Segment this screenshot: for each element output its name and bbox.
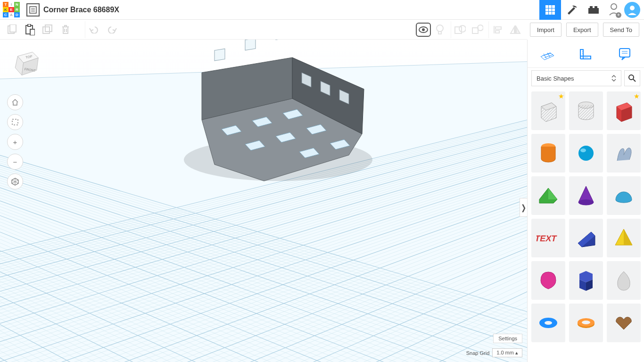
ortho-toggle-button[interactable] — [7, 173, 23, 189]
light-button[interactable] — [431, 21, 449, 38]
shape-pyramid[interactable] — [607, 219, 641, 257]
home-view-button[interactable] — [7, 94, 23, 110]
shape-roof[interactable] — [531, 176, 565, 215]
snap-grid-select[interactable]: 1.0 mm ▴ — [492, 348, 522, 357]
plus-icon: + — [616, 12, 621, 18]
search-icon — [628, 74, 636, 82]
svg-point-17 — [630, 6, 635, 10]
svg-rect-21 — [28, 24, 31, 26]
ungroup-button[interactable] — [469, 21, 487, 38]
export-button[interactable]: Export — [566, 23, 598, 37]
svg-rect-34 — [495, 27, 501, 29]
delete-button[interactable] — [57, 21, 74, 38]
pickaxe-icon — [566, 4, 578, 16]
star-icon: ★ — [558, 92, 564, 100]
duplicate-button[interactable] — [39, 21, 57, 38]
mode-bricks[interactable] — [583, 0, 604, 20]
svg-point-221 — [629, 75, 634, 80]
shape-box-hole[interactable]: ★ — [531, 91, 565, 130]
shape-cone[interactable] — [569, 176, 603, 215]
svg-point-244 — [545, 321, 552, 325]
svg-rect-29 — [455, 27, 462, 33]
svg-text:TEXT: TEXT — [537, 234, 558, 243]
grid-icon — [545, 5, 555, 15]
shape-half-sphere[interactable] — [607, 176, 641, 215]
import-button[interactable]: Import — [530, 23, 561, 37]
ruler-tool[interactable] — [576, 44, 595, 64]
redo-button[interactable] — [103, 21, 121, 38]
copy-button[interactable] — [3, 21, 21, 38]
svg-point-16 — [611, 4, 617, 9]
shape-hexagon-prism[interactable] — [569, 261, 603, 300]
visibility-button[interactable] — [416, 23, 431, 37]
svg-rect-8 — [549, 8, 552, 11]
user-avatar[interactable] — [624, 2, 640, 18]
person-icon — [627, 5, 637, 15]
svg-rect-4 — [545, 5, 548, 8]
sort-icon — [611, 75, 616, 82]
mode-3d-design[interactable] — [539, 0, 561, 20]
shape-cylinder-hole[interactable] — [569, 91, 603, 130]
svg-rect-31 — [472, 28, 478, 33]
shapes-panel: Basic Shapes ★★TEXT — [527, 40, 644, 362]
notes-tool[interactable] — [615, 44, 635, 64]
svg-point-26 — [422, 28, 425, 31]
workplane-canvas[interactable] — [0, 40, 527, 362]
shape-torus[interactable] — [531, 304, 565, 342]
group-button[interactable] — [451, 21, 469, 38]
grid-settings-button[interactable]: Settings — [493, 334, 522, 343]
align-button[interactable] — [488, 21, 506, 38]
svg-rect-194 — [245, 40, 256, 50]
send-to-button[interactable]: Send To — [603, 23, 639, 37]
shape-ring[interactable] — [569, 304, 603, 342]
svg-rect-193 — [215, 49, 225, 60]
svg-point-234 — [578, 199, 594, 205]
svg-point-230 — [578, 146, 594, 161]
svg-rect-15 — [594, 6, 597, 8]
svg-rect-11 — [549, 12, 552, 15]
svg-rect-22 — [30, 29, 35, 35]
shape-search-button[interactable] — [624, 70, 640, 86]
shape-wedge[interactable] — [569, 219, 603, 257]
shape-sphere[interactable] — [569, 134, 603, 173]
svg-rect-14 — [590, 6, 593, 8]
fit-view-button[interactable] — [7, 114, 23, 130]
shape-scribble[interactable] — [607, 134, 641, 173]
zoom-in-button[interactable]: + — [7, 134, 23, 150]
svg-point-27 — [437, 25, 443, 32]
svg-rect-6 — [552, 5, 555, 8]
star-icon: ★ — [634, 92, 640, 100]
caret-up-icon: ▴ — [515, 350, 518, 355]
svg-rect-204 — [12, 119, 18, 125]
tinkercad-logo[interactable]: TIN KER CAD — [0, 0, 23, 19]
svg-rect-35 — [495, 31, 499, 33]
shape-paraboloid[interactable] — [531, 261, 565, 300]
svg-point-30 — [459, 25, 466, 32]
undo-button[interactable] — [85, 21, 103, 38]
shape-egg[interactable] — [607, 261, 641, 300]
shape-heart[interactable] — [607, 304, 641, 342]
zoom-out-button[interactable]: − — [7, 154, 23, 170]
mirror-button[interactable] — [506, 21, 524, 38]
shape-box[interactable]: ★ — [607, 91, 641, 130]
mode-blocks[interactable] — [561, 0, 583, 20]
shape-library-select[interactable]: Basic Shapes — [531, 70, 621, 86]
svg-rect-24 — [45, 25, 52, 32]
panel-collapse-button[interactable]: ❭ — [520, 198, 527, 217]
svg-rect-218 — [619, 49, 630, 57]
workplane-tool[interactable] — [537, 44, 557, 64]
shape-text[interactable]: TEXT — [531, 219, 565, 257]
svg-rect-10 — [545, 12, 548, 15]
project-title[interactable]: Corner Brace 68689X — [43, 6, 119, 14]
paste-button[interactable] — [21, 21, 39, 38]
list-icon — [29, 6, 37, 14]
shape-cylinder[interactable] — [531, 134, 565, 173]
svg-point-231 — [580, 148, 586, 152]
brick-icon — [587, 5, 600, 15]
svg-rect-13 — [588, 8, 599, 14]
svg-rect-5 — [549, 5, 552, 8]
invite-button[interactable]: + — [608, 2, 620, 17]
svg-rect-12 — [552, 12, 555, 15]
design-menu-button[interactable] — [26, 3, 40, 16]
svg-rect-7 — [545, 8, 548, 11]
